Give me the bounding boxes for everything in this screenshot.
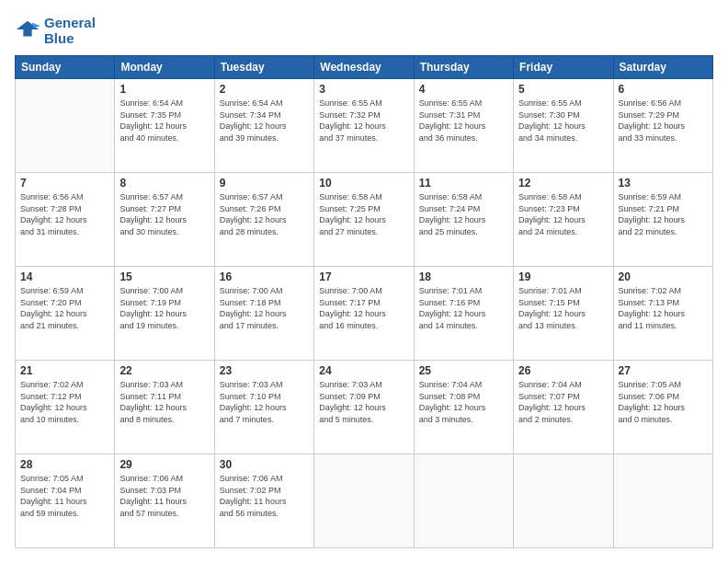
calendar-cell: 28Sunrise: 7:05 AMSunset: 7:04 PMDayligh… — [16, 454, 115, 548]
calendar-cell: 5Sunrise: 6:55 AMSunset: 7:30 PMDaylight… — [514, 79, 613, 173]
day-info: Sunrise: 6:55 AMSunset: 7:31 PMDaylight:… — [419, 98, 508, 144]
day-number: 11 — [419, 177, 508, 190]
calendar-cell: 27Sunrise: 7:05 AMSunset: 7:06 PMDayligh… — [613, 361, 712, 454]
day-number: 6 — [619, 83, 708, 96]
day-number: 24 — [319, 364, 408, 377]
day-info: Sunrise: 6:59 AMSunset: 7:20 PMDaylight:… — [20, 285, 109, 331]
day-number: 21 — [20, 364, 109, 377]
day-info: Sunrise: 6:58 AMSunset: 7:23 PMDaylight:… — [518, 191, 608, 237]
day-number: 7 — [20, 177, 109, 190]
day-info: Sunrise: 6:56 AMSunset: 7:29 PMDaylight:… — [619, 98, 708, 144]
day-info: Sunrise: 7:02 AMSunset: 7:13 PMDaylight:… — [619, 285, 708, 331]
day-info: Sunrise: 7:05 AMSunset: 7:04 PMDaylight:… — [20, 473, 109, 519]
calendar-week-2: 14Sunrise: 6:59 AMSunset: 7:20 PMDayligh… — [16, 267, 713, 361]
day-number: 5 — [518, 83, 608, 96]
calendar-cell: 16Sunrise: 7:00 AMSunset: 7:18 PMDayligh… — [214, 267, 313, 361]
day-number: 20 — [619, 270, 708, 283]
calendar-cell: 18Sunrise: 7:01 AMSunset: 7:16 PMDayligh… — [414, 267, 513, 361]
weekday-header-row: SundayMondayTuesdayWednesdayThursdayFrid… — [16, 56, 713, 79]
day-number: 4 — [419, 83, 508, 96]
calendar-cell: 13Sunrise: 6:59 AMSunset: 7:21 PMDayligh… — [613, 173, 712, 267]
calendar-cell: 22Sunrise: 7:03 AMSunset: 7:11 PMDayligh… — [115, 361, 214, 454]
day-info: Sunrise: 7:00 AMSunset: 7:19 PMDaylight:… — [119, 285, 209, 331]
calendar-cell: 29Sunrise: 7:06 AMSunset: 7:03 PMDayligh… — [115, 454, 214, 548]
day-number: 8 — [119, 177, 209, 190]
calendar-cell: 9Sunrise: 6:57 AMSunset: 7:26 PMDaylight… — [214, 173, 313, 267]
weekday-sunday: Sunday — [16, 56, 115, 79]
calendar-cell — [514, 454, 613, 548]
day-info: Sunrise: 6:58 AMSunset: 7:24 PMDaylight:… — [419, 191, 508, 237]
day-info: Sunrise: 6:56 AMSunset: 7:28 PMDaylight:… — [20, 191, 109, 237]
calendar-cell: 23Sunrise: 7:03 AMSunset: 7:10 PMDayligh… — [214, 361, 313, 454]
calendar-cell: 15Sunrise: 7:00 AMSunset: 7:19 PMDayligh… — [115, 267, 214, 361]
calendar-cell — [414, 454, 513, 548]
logo: General Blue — [15, 15, 96, 46]
day-info: Sunrise: 7:05 AMSunset: 7:06 PMDaylight:… — [619, 379, 708, 425]
day-number: 17 — [319, 270, 408, 283]
calendar-cell: 26Sunrise: 7:04 AMSunset: 7:07 PMDayligh… — [514, 361, 613, 454]
day-info: Sunrise: 7:04 AMSunset: 7:08 PMDaylight:… — [419, 379, 508, 425]
calendar-cell: 24Sunrise: 7:03 AMSunset: 7:09 PMDayligh… — [314, 361, 414, 454]
day-number: 14 — [20, 270, 109, 283]
day-number: 10 — [319, 177, 408, 190]
calendar-cell: 2Sunrise: 6:54 AMSunset: 7:34 PMDaylight… — [214, 79, 313, 173]
day-number: 23 — [220, 364, 309, 377]
day-info: Sunrise: 7:00 AMSunset: 7:18 PMDaylight:… — [220, 285, 309, 331]
calendar-week-1: 7Sunrise: 6:56 AMSunset: 7:28 PMDaylight… — [16, 173, 713, 267]
page-header: General Blue — [15, 15, 713, 46]
calendar-cell: 17Sunrise: 7:00 AMSunset: 7:17 PMDayligh… — [314, 267, 414, 361]
calendar-cell — [16, 79, 115, 173]
calendar-cell: 11Sunrise: 6:58 AMSunset: 7:24 PMDayligh… — [414, 173, 513, 267]
day-info: Sunrise: 7:02 AMSunset: 7:12 PMDaylight:… — [20, 379, 109, 425]
calendar-cell: 20Sunrise: 7:02 AMSunset: 7:13 PMDayligh… — [613, 267, 712, 361]
logo-icon — [15, 17, 40, 43]
calendar-cell: 12Sunrise: 6:58 AMSunset: 7:23 PMDayligh… — [514, 173, 613, 267]
calendar-cell: 4Sunrise: 6:55 AMSunset: 7:31 PMDaylight… — [414, 79, 513, 173]
day-info: Sunrise: 7:04 AMSunset: 7:07 PMDaylight:… — [518, 379, 608, 425]
day-number: 26 — [518, 364, 608, 377]
day-info: Sunrise: 6:54 AMSunset: 7:34 PMDaylight:… — [220, 98, 309, 144]
day-number: 27 — [619, 364, 708, 377]
day-number: 3 — [319, 83, 408, 96]
day-number: 30 — [220, 458, 309, 471]
calendar-cell — [314, 454, 414, 548]
calendar-cell: 7Sunrise: 6:56 AMSunset: 7:28 PMDaylight… — [16, 173, 115, 267]
day-info: Sunrise: 6:57 AMSunset: 7:27 PMDaylight:… — [119, 191, 209, 237]
day-info: Sunrise: 7:03 AMSunset: 7:09 PMDaylight:… — [319, 379, 408, 425]
weekday-monday: Monday — [115, 56, 214, 79]
day-info: Sunrise: 7:06 AMSunset: 7:03 PMDaylight:… — [119, 473, 209, 519]
calendar-week-4: 28Sunrise: 7:05 AMSunset: 7:04 PMDayligh… — [16, 454, 713, 548]
calendar-cell: 6Sunrise: 6:56 AMSunset: 7:29 PMDaylight… — [613, 79, 712, 173]
day-info: Sunrise: 6:57 AMSunset: 7:26 PMDaylight:… — [220, 191, 309, 237]
day-number: 13 — [619, 177, 708, 190]
logo-text: General Blue — [44, 15, 96, 46]
day-number: 28 — [20, 458, 109, 471]
calendar-cell: 1Sunrise: 6:54 AMSunset: 7:35 PMDaylight… — [115, 79, 214, 173]
day-number: 15 — [119, 270, 209, 283]
weekday-saturday: Saturday — [613, 56, 712, 79]
day-number: 2 — [220, 83, 309, 96]
day-number: 9 — [220, 177, 309, 190]
calendar-cell: 10Sunrise: 6:58 AMSunset: 7:25 PMDayligh… — [314, 173, 414, 267]
day-info: Sunrise: 7:03 AMSunset: 7:11 PMDaylight:… — [119, 379, 209, 425]
calendar-body: 1Sunrise: 6:54 AMSunset: 7:35 PMDaylight… — [16, 79, 713, 548]
day-info: Sunrise: 7:03 AMSunset: 7:10 PMDaylight:… — [220, 379, 309, 425]
calendar-cell: 21Sunrise: 7:02 AMSunset: 7:12 PMDayligh… — [16, 361, 115, 454]
calendar-week-0: 1Sunrise: 6:54 AMSunset: 7:35 PMDaylight… — [16, 79, 713, 173]
day-number: 19 — [518, 270, 608, 283]
day-info: Sunrise: 7:01 AMSunset: 7:15 PMDaylight:… — [518, 285, 608, 331]
weekday-tuesday: Tuesday — [214, 56, 313, 79]
day-number: 1 — [119, 83, 209, 96]
day-number: 18 — [419, 270, 508, 283]
day-info: Sunrise: 7:00 AMSunset: 7:17 PMDaylight:… — [319, 285, 408, 331]
day-info: Sunrise: 6:55 AMSunset: 7:30 PMDaylight:… — [518, 98, 608, 144]
calendar-week-3: 21Sunrise: 7:02 AMSunset: 7:12 PMDayligh… — [16, 361, 713, 454]
calendar-cell: 30Sunrise: 7:06 AMSunset: 7:02 PMDayligh… — [214, 454, 313, 548]
day-number: 25 — [419, 364, 508, 377]
weekday-thursday: Thursday — [414, 56, 513, 79]
day-info: Sunrise: 7:01 AMSunset: 7:16 PMDaylight:… — [419, 285, 508, 331]
day-number: 12 — [518, 177, 608, 190]
calendar-cell: 3Sunrise: 6:55 AMSunset: 7:32 PMDaylight… — [314, 79, 414, 173]
day-number: 16 — [220, 270, 309, 283]
calendar-cell: 25Sunrise: 7:04 AMSunset: 7:08 PMDayligh… — [414, 361, 513, 454]
